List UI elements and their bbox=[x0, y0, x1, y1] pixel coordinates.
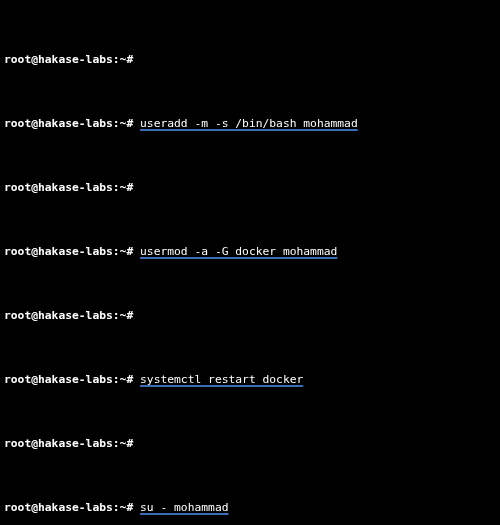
command-systemctl: systemctl restart docker bbox=[140, 373, 303, 386]
shell-line: root@hakase-labs:~# bbox=[4, 308, 496, 324]
shell-line: root@hakase-labs:~# systemctl restart do… bbox=[4, 372, 496, 388]
shell-line: root@hakase-labs:~# usermod -a -G docker… bbox=[4, 244, 496, 260]
prompt-root: root@hakase-labs:~ bbox=[4, 245, 126, 258]
shell-line: root@hakase-labs:~# bbox=[4, 436, 496, 452]
prompt-root: root@hakase-labs:~ bbox=[4, 53, 126, 66]
shell-line: root@hakase-labs:~# useradd -m -s /bin/b… bbox=[4, 116, 496, 132]
prompt-root: root@hakase-labs:~ bbox=[4, 437, 126, 450]
terminal[interactable]: root@hakase-labs:~# root@hakase-labs:~# … bbox=[0, 0, 500, 525]
prompt-root: root@hakase-labs:~ bbox=[4, 309, 126, 322]
shell-line: root@hakase-labs:~# su - mohammad bbox=[4, 500, 496, 516]
shell-line: root@hakase-labs:~# bbox=[4, 180, 496, 196]
command-useradd: useradd -m -s /bin/bash mohammad bbox=[140, 117, 358, 130]
prompt-root: root@hakase-labs:~ bbox=[4, 373, 126, 386]
prompt-root: root@hakase-labs:~ bbox=[4, 117, 126, 130]
prompt-root: root@hakase-labs:~ bbox=[4, 181, 126, 194]
command-usermod: usermod -a -G docker mohammad bbox=[140, 245, 337, 258]
shell-line: root@hakase-labs:~# bbox=[4, 52, 496, 68]
command-su: su - mohammad bbox=[140, 501, 228, 514]
prompt-root: root@hakase-labs:~ bbox=[4, 501, 126, 514]
